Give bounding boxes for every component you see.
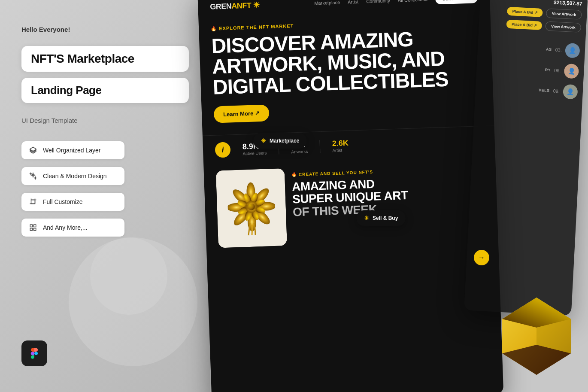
avatar-num-03: 03. — [555, 47, 562, 53]
rp-view-artwork-btn-2[interactable]: View Artwork — [546, 21, 582, 33]
rp-btn-row-2: Place A Bid ↗ View Artwork — [484, 18, 581, 33]
svg-rect-4 — [30, 228, 32, 231]
logo-star: ✳ — [253, 1, 259, 9]
feature-list: Well Organized Layer Clean & Modern Desi… — [21, 141, 189, 237]
greeting: Hello Everyone! — [21, 26, 189, 33]
avatar-num-06: 06. — [554, 68, 561, 73]
figma-icon — [21, 340, 47, 366]
avatar-row-2: RY 06. 👤 — [482, 59, 579, 79]
nft-logo: GRENANFT✳ — [210, 0, 259, 12]
tooltip-sell-text: Sell & Buy — [373, 215, 398, 221]
gold-geometric-object — [494, 293, 579, 379]
rp-place-bid-btn-2[interactable]: Place A Bid ↗ — [506, 20, 543, 30]
nft-create-section: 🔥 CREATE AND SELL YOU NFT'S AMAZING ANDS… — [291, 161, 486, 246]
stat-label-users: Active Users — [242, 150, 267, 156]
tooltip-marketplace-star: ✳ — [261, 137, 266, 144]
rp-place-bid-btn[interactable]: Place A Bid ↗ — [507, 7, 543, 17]
logo-a: A — [231, 2, 237, 10]
title-marketplace: NFT'S Marketplace — [31, 52, 179, 66]
sparkles-icon — [28, 171, 38, 181]
nav-link-community[interactable]: Community — [366, 0, 390, 4]
feature-item-design: Clean & Modern Design — [21, 167, 124, 185]
stat-label-artworks: Artworks — [291, 149, 308, 154]
logo-nft: NFT — [237, 1, 252, 10]
subtitle: UI Design Template — [21, 117, 189, 124]
feature-label-design: Clean & Modern Design — [43, 173, 107, 179]
avatar-list: AS 03. 👤 RY 06. 👤 VELS 09. 👤 — [475, 34, 586, 104]
golden-flower-svg — [227, 179, 276, 237]
stat-label-artist: Artist — [332, 148, 349, 153]
nav-link-collections[interactable]: All Collections — [398, 0, 427, 3]
feature-item-customize: Full Customize — [21, 193, 124, 211]
svg-rect-2 — [30, 225, 32, 227]
stat-icon: i — [215, 142, 230, 158]
nft-hero-section: 🔥 EXPLORE THE NFT MARKET DISCOVER AMAZIN… — [198, 9, 494, 134]
avatar-label-as: AS — [546, 47, 552, 52]
nft-art-card — [216, 168, 287, 248]
rp-btn-row-1: Place A Bid ↗ View Artwork — [485, 5, 582, 20]
nav-link-marketplace[interactable]: Marketplace — [314, 0, 340, 6]
feature-item-layer: Well Organized Layer — [21, 141, 124, 159]
avatar-circle-2: 👤 — [564, 64, 579, 79]
feature-label-customize: Full Customize — [43, 198, 83, 205]
avatar-num-09: 09. — [553, 88, 560, 94]
nav-link-artist[interactable]: Artist — [348, 0, 358, 5]
avatar-row-3: VELS 09. 👤 — [480, 80, 578, 100]
layers-icon — [28, 146, 38, 155]
right-preview-top: $213,507.87 Place A Bid ↗ View Artwork P… — [479, 0, 588, 40]
tooltip-marketplace: ✳ Marketplace — [253, 133, 307, 149]
feature-label-more: And Any More,... — [43, 224, 88, 231]
left-panel: Hello Everyone! NFT'S Marketplace Landin… — [0, 0, 210, 392]
tooltip-sell-buy: ✳ Sell & Buy — [356, 210, 406, 226]
crop-icon — [28, 197, 38, 207]
nft-lower-section: 🔥 CREATE AND SELL YOU NFT'S AMAZING ANDS… — [203, 155, 498, 255]
tooltip-sell-star: ✳ — [364, 215, 369, 222]
logo-grena: GREN — [210, 2, 232, 11]
stat-divider-2 — [319, 140, 320, 153]
avatar-label-vels: VELS — [539, 88, 550, 93]
rp-view-artwork-btn[interactable]: View Artwork — [546, 9, 582, 20]
stat-num-artist: 2.6K — [332, 139, 349, 148]
svg-rect-3 — [34, 225, 36, 227]
rp-price: $213,507.87 — [554, 0, 582, 7]
nft-preview-main: GRENANFT✳ Marketplace Artist Community A… — [197, 0, 503, 392]
learn-more-button[interactable]: Learn More ↗ — [214, 104, 270, 123]
title-landing: Landing Page — [31, 84, 179, 97]
avatar-label-ry: RY — [545, 68, 551, 73]
figma-icon-wrapper — [21, 340, 47, 366]
svg-rect-1 — [31, 200, 35, 204]
stat-artist: 2.6K Artist — [332, 139, 349, 153]
nft-nav-links: Marketplace Artist Community All Collect… — [314, 0, 478, 9]
grid-icon — [28, 223, 38, 232]
hero-title: DISCOVER AMAZINGARTWORK, MUSIC, ANDDIGIT… — [211, 27, 481, 98]
nft-art-card-inner — [216, 168, 287, 248]
avatar-circle-3: 👤 — [563, 84, 578, 100]
right-preview-panel: $213,507.87 Place A Bid ↗ View Artwork P… — [464, 0, 588, 316]
avatar-circle-1: 👤 — [565, 43, 580, 58]
nav-arrow-button[interactable]: → — [474, 250, 489, 265]
gold-object-svg — [494, 293, 579, 379]
feature-item-more: And Any More,... — [21, 219, 124, 237]
title-badge-landing: Landing Page — [21, 78, 189, 103]
tooltip-marketplace-text: Marketplace — [270, 138, 299, 144]
nav-contact-button[interactable]: Contact Now — [435, 0, 478, 5]
title-badge-marketplace: NFT'S Marketplace — [21, 46, 189, 72]
avatar-row-1: AS 03. 👤 — [482, 39, 580, 58]
svg-rect-5 — [34, 228, 36, 231]
feature-label-layer: Well Organized Layer — [43, 147, 100, 154]
